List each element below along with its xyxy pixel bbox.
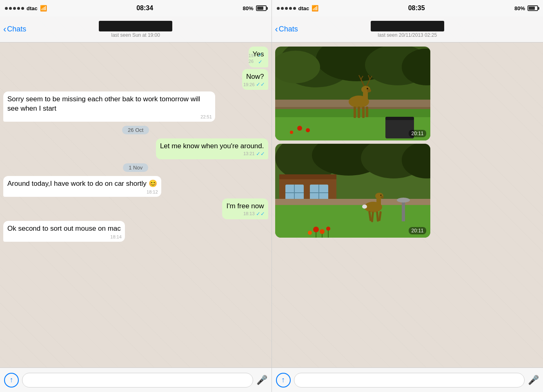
photo-image-1: 20:11 [275, 47, 430, 140]
message-bubble-in: Sorry seem to be missing each other bak … [3, 91, 215, 122]
svg-point-57 [326, 227, 330, 231]
svg-rect-23 [366, 107, 368, 117]
back-label-right: Chats [279, 25, 298, 33]
clock-right: 08:35 [408, 4, 425, 12]
photo-time-1: 20:11 [409, 130, 426, 137]
svg-rect-11 [363, 91, 368, 103]
battery-percent-left: 80% [243, 5, 253, 11]
status-right-right: 80% [514, 5, 538, 11]
last-seen-right: last seen 20/11/2013 02:25 [378, 32, 437, 38]
svg-rect-7 [275, 107, 430, 109]
read-ticks: ✓✓ [256, 81, 265, 88]
message-text: Around today,I have work to do on car sh… [7, 180, 157, 187]
status-bar-right: dtac 📶 08:35 80% [272, 0, 543, 16]
svg-rect-22 [362, 107, 365, 118]
table-row: Yes 19:26 ✓✓ [3, 47, 268, 67]
chat-area-right[interactable]: 20:11 [272, 42, 543, 368]
photo-time-2: 20:11 [409, 227, 426, 234]
table-row: Ok second to sort out mouse on mac 18:14 [3, 221, 268, 242]
table-row: Let me know when you're around. 13:21 ✓✓ [3, 138, 268, 159]
svg-point-27 [290, 131, 293, 134]
read-ticks: ✓✓ [256, 210, 265, 218]
right-phone-panel: dtac 📶 08:35 80% ‹ Chats last seen 20/11… [272, 0, 543, 392]
table-row: 20:11 [275, 47, 540, 142]
message-time: 18:12 [147, 189, 158, 195]
message-time: 19:26 ✓✓ [249, 51, 265, 66]
message-bubble-out: Yes 19:26 ✓✓ [249, 47, 268, 67]
svg-rect-36 [279, 174, 336, 179]
svg-point-26 [306, 128, 310, 132]
svg-rect-46 [376, 198, 381, 208]
contact-name-redacted-right [371, 21, 444, 31]
nav-title-left: last seen Sun at 19:00 [99, 21, 172, 38]
message-text: Ok second to sort out mouse on mac [7, 225, 121, 232]
signal-dots [5, 7, 24, 10]
nav-bar-left: ‹ Chats last seen Sun at 19:00 [0, 16, 272, 42]
carrier-label-right: dtac [298, 5, 309, 11]
svg-point-13 [367, 89, 371, 92]
date-pill: 26 Oct [122, 126, 149, 134]
status-bar-left: dtac 📶 08:34 80% [0, 0, 272, 16]
message-bubble-out: Now? 19:26 ✓✓ [242, 69, 268, 90]
date-separator: 1 Nov [3, 163, 268, 172]
svg-rect-9 [275, 109, 430, 117]
back-label-left: Chats [7, 25, 26, 33]
message-bubble-in: Around today,I have work to do on car sh… [3, 176, 161, 197]
signal-dots [277, 7, 296, 10]
battery-percent-right: 80% [514, 5, 525, 11]
svg-rect-21 [358, 107, 360, 118]
message-time: 22:51 [200, 114, 212, 120]
svg-rect-44 [275, 205, 430, 238]
svg-point-24 [367, 88, 368, 89]
message-time: 13:21 ✓✓ [243, 150, 265, 158]
back-button-left[interactable]: ‹ Chats [3, 25, 26, 34]
message-text: Sorry seem to be missing each other bak … [7, 95, 200, 112]
mic-button-left[interactable]: 🎤 [256, 375, 267, 385]
message-input-left[interactable] [22, 373, 253, 388]
carrier-label: dtac [27, 5, 38, 11]
input-bar-right: ↑ 🎤 [272, 368, 543, 392]
mic-button-right[interactable]: 🎤 [528, 375, 539, 385]
wifi-icon-right: 📶 [312, 5, 318, 11]
back-button-right[interactable]: ‹ Chats [275, 25, 298, 34]
svg-point-56 [320, 229, 325, 234]
photo-message-1[interactable]: 20:11 [275, 47, 430, 140]
message-text: Now? [246, 73, 264, 80]
message-text: Let me know when you're around. [160, 142, 264, 150]
input-bar-left: ↑ 🎤 [0, 368, 272, 392]
message-input-right[interactable] [294, 373, 525, 388]
message-bubble-in: Ok second to sort out mouse on mac 18:14 [3, 221, 125, 242]
table-row: Now? 19:26 ✓✓ [3, 69, 268, 90]
wifi-icon: 📶 [40, 5, 47, 11]
svg-point-54 [362, 205, 367, 209]
message-bubble-out: I'm free now 18:13 ✓✓ [222, 198, 268, 219]
chevron-right-icon: ‹ [275, 25, 278, 34]
message-text: I'm free now [226, 202, 264, 210]
battery-icon-left [256, 5, 267, 11]
table-row: Around today,I have work to do on car sh… [3, 176, 268, 197]
upload-button-left[interactable]: ↑ [4, 373, 19, 388]
svg-point-63 [397, 198, 410, 203]
left-phone-panel: dtac 📶 08:34 80% ‹ Chats last seen Sun a… [0, 0, 272, 392]
status-right-left: 80% [243, 5, 266, 11]
read-ticks: ✓✓ [258, 51, 265, 66]
date-pill: 1 Nov [123, 163, 148, 172]
table-row: Sorry seem to be missing each other bak … [3, 91, 268, 122]
status-left-right: dtac 📶 [277, 5, 319, 11]
photo-message-2[interactable]: 20:11 [275, 144, 430, 238]
svg-point-55 [313, 227, 319, 232]
nav-title-right: last seen 20/11/2013 02:25 [371, 21, 444, 38]
nav-bar-right: ‹ Chats last seen 20/11/2013 02:25 [272, 16, 543, 42]
svg-rect-20 [354, 107, 356, 118]
table-row: 20:11 [275, 144, 540, 239]
chat-area-left[interactable]: Yes 19:26 ✓✓ Now? 19:26 ✓✓ Sorry seem to… [0, 42, 272, 368]
svg-rect-29 [385, 117, 414, 120]
svg-point-58 [308, 231, 312, 235]
upload-button-right[interactable]: ↑ [276, 373, 291, 388]
svg-point-25 [297, 126, 302, 131]
clock-left: 08:34 [136, 4, 153, 12]
message-time: 18:13 ✓✓ [243, 210, 265, 218]
last-seen-left: last seen Sun at 19:00 [111, 32, 160, 38]
message-time: 18:14 [110, 234, 122, 240]
read-ticks: ✓✓ [256, 150, 265, 158]
